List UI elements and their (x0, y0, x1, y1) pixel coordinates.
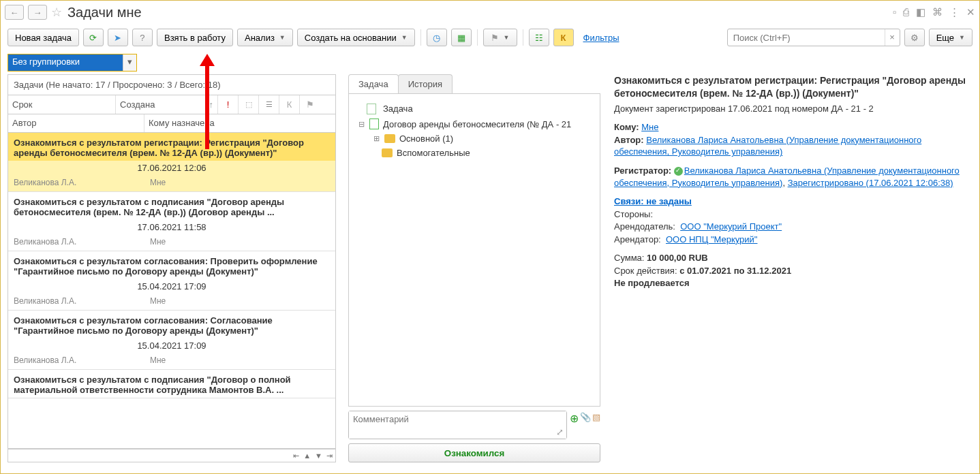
acknowledge-button[interactable]: Ознакомился (348, 443, 600, 462)
image-icon[interactable]: ▧ (592, 412, 600, 425)
tree-folder-main[interactable]: Основной (1) (399, 133, 453, 144)
expand-icon[interactable]: ⊞ (372, 134, 380, 143)
task-row[interactable]: Ознакомиться с результатом с подписания … (8, 370, 335, 398)
task-list-header: Срок Создана↑ ! ⬚ ☰ К ⚑ (7, 95, 336, 114)
report-icon[interactable]: ◧ (916, 6, 925, 18)
landlord-link[interactable]: ООО "Меркурий Проект" (680, 221, 782, 232)
col-deadline[interactable]: Срок (8, 95, 116, 114)
task-tree[interactable]: Задача ⊟Договор аренды бетоносмесителя (… (348, 93, 600, 407)
comment-field-wrap: ⤢ (348, 411, 567, 439)
task-row[interactable]: Ознакомиться с результатом регистрации: … (8, 133, 335, 192)
registrar-status[interactable]: Зарегистрировано (17.06.2021 12:06:38) (788, 178, 953, 188)
task-to: Мне (150, 178, 166, 187)
search-input[interactable] (728, 33, 885, 43)
print-icon[interactable]: ⎙ (903, 6, 909, 18)
search-input-wrap: × (727, 29, 900, 46)
tenant-link[interactable]: ООО НПЦ "Меркурий" (666, 234, 758, 244)
take-to-work-button[interactable]: Взять в работу (157, 29, 233, 46)
clock-icon: ◷ (433, 33, 440, 43)
task-title: Ознакомиться с результатом с подписания … (8, 370, 335, 398)
chevron-down-icon: ▼ (959, 34, 965, 41)
detail-pane: Ознакомиться с результатом регистрации: … (613, 74, 973, 462)
file-icon (367, 104, 376, 114)
list-footer: ⇤ ▲ ▼ ⇥ (7, 449, 336, 462)
col-k[interactable]: К (279, 95, 300, 114)
page-first-icon[interactable]: ⇤ (293, 452, 299, 460)
folder-icon (384, 134, 395, 143)
col-author[interactable]: Автор (8, 114, 144, 132)
calendar-button[interactable]: ▦ (451, 29, 472, 46)
noext-label: Не продлевается (614, 277, 971, 289)
gear-icon: ⚙ (910, 33, 919, 43)
new-task-button[interactable]: Новая задача (7, 29, 79, 46)
col-flag[interactable]: ⚑ (300, 95, 320, 114)
favorite-star-icon[interactable]: ☆ (51, 5, 62, 20)
filters-link[interactable]: Фильтры (583, 33, 619, 43)
author-label: Автор: (614, 135, 644, 145)
task-author: Великанова Л.А. (14, 296, 150, 306)
close-icon[interactable]: ✕ (966, 6, 975, 18)
comment-field[interactable] (349, 411, 566, 439)
tab-history[interactable]: История (398, 74, 453, 93)
add-comment-icon[interactable]: ⊕ (570, 412, 579, 425)
tree-doc[interactable]: Договор аренды бетоносмесителя (№ ДА - 2… (383, 119, 571, 129)
tree-root[interactable]: Задача (380, 103, 416, 114)
links-link[interactable]: Связи: не заданы (614, 196, 692, 206)
create-based-button[interactable]: Создать на основании▼ (297, 29, 415, 46)
refresh-button[interactable]: ⟳ (83, 29, 104, 46)
to-link[interactable]: Мне (641, 122, 658, 132)
link-icon[interactable]: ⌘ (932, 6, 943, 18)
author-link[interactable]: Великанова Лариса Анатольевна (Управлени… (614, 135, 921, 157)
nav-back-button[interactable]: ← (5, 5, 24, 20)
task-to: Мне (150, 296, 166, 306)
more-button[interactable]: Еще▼ (929, 29, 973, 46)
task-date: 17.06.2021 11:58 (8, 220, 335, 234)
type-icon: ☰ (266, 100, 273, 109)
to-label: Кому: (614, 122, 639, 132)
page-down-icon[interactable]: ▼ (315, 452, 322, 460)
chevron-down-icon: ▼ (279, 34, 286, 41)
col-assigned[interactable]: Кому назначена (144, 114, 335, 132)
col-process[interactable]: ⬚ (239, 95, 259, 114)
clock-button[interactable]: ◷ (427, 29, 447, 46)
attach-icon[interactable]: 📎 (580, 412, 591, 425)
task-list-header2: Автор Кому назначена (7, 114, 336, 133)
settings-button[interactable]: ⚙ (904, 29, 925, 46)
more-menu-icon[interactable]: ⋮ (949, 6, 960, 18)
chevron-down-icon: ▼ (401, 34, 408, 41)
tab-task[interactable]: Задача (348, 74, 399, 93)
nav-forward-button[interactable]: → (28, 5, 47, 20)
task-row[interactable]: Ознакомиться с результатом согласования:… (8, 251, 335, 311)
task-date: 15.04.2021 17:09 (8, 338, 335, 353)
tree-folder-aux[interactable]: Вспомогательные (397, 148, 470, 158)
page-up-icon[interactable]: ▲ (303, 452, 311, 460)
term-label: Срок действия: (614, 266, 677, 276)
analysis-button[interactable]: Анализ▼ (237, 29, 293, 46)
task-list[interactable]: Ознакомиться с результатом регистрации: … (7, 133, 336, 449)
clear-search-button[interactable]: × (885, 29, 900, 46)
help-button[interactable]: ? (132, 29, 153, 46)
task-row[interactable]: Ознакомиться с результатом согласования:… (8, 311, 335, 370)
k-button[interactable]: К (553, 29, 574, 46)
flag-button[interactable]: ⚑▼ (483, 29, 517, 46)
grouping-dropdown-button[interactable]: ▾ (123, 54, 136, 71)
grouping-select[interactable]: Без группировки ▾ (7, 54, 137, 72)
sort-asc-icon: ↑ (209, 99, 214, 110)
task-list-summary: Задачи (Не начато: 17 / Просрочено: 3 / … (7, 74, 336, 95)
task-title: Ознакомиться с результатом регистрации: … (8, 133, 335, 161)
collapse-icon[interactable]: ⊟ (357, 120, 365, 129)
col-created[interactable]: Создана↑ (116, 95, 218, 114)
term-value: с 01.07.2021 по 31.12.2021 (679, 266, 791, 276)
col-priority[interactable]: ! (218, 95, 239, 114)
task-title: Ознакомиться с результатом согласования:… (8, 311, 335, 338)
save-icon[interactable]: ▫ (893, 6, 896, 18)
page-last-icon[interactable]: ⇥ (326, 452, 333, 460)
task-title: Ознакомиться с результатом с подписания … (8, 192, 335, 220)
col-type[interactable]: ☰ (259, 95, 279, 114)
task-row[interactable]: Ознакомиться с результатом с подписания … (8, 192, 335, 251)
forward-task-button[interactable]: ➤ (108, 29, 128, 46)
calendar-icon: ▦ (457, 33, 465, 43)
tree-view-button[interactable]: ☷ (529, 29, 549, 46)
expand-textarea-icon[interactable]: ⤢ (556, 427, 564, 437)
task-date: 15.04.2021 17:09 (8, 279, 335, 294)
